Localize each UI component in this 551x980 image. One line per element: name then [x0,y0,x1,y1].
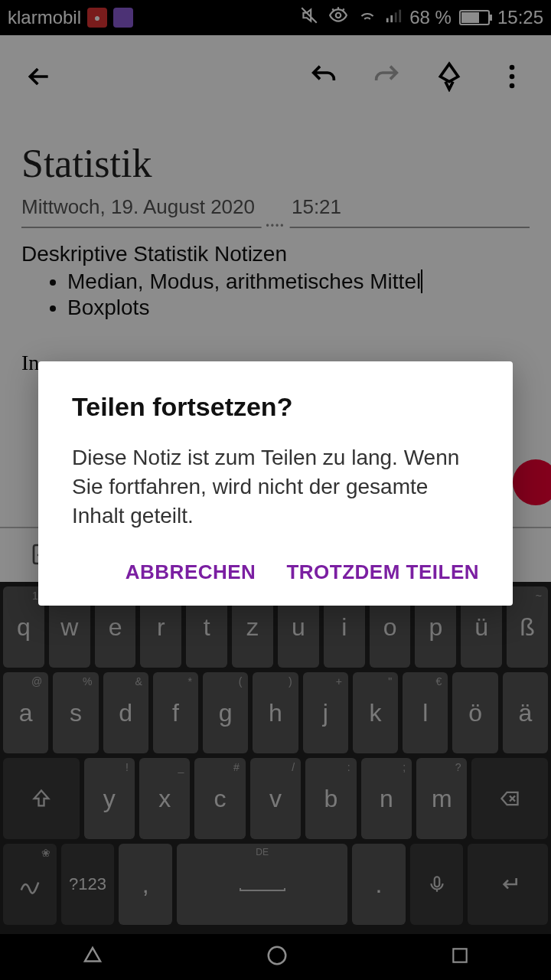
share-dialog: Teilen fortsetzen? Diese Notiz ist zum T… [38,361,513,606]
cancel-button[interactable]: ABBRECHEN [126,560,256,584]
dialog-message: Diese Notiz ist zum Teilen zu lang. Wenn… [72,443,479,530]
confirm-button[interactable]: TROTZDEM TEILEN [286,560,479,584]
dialog-title: Teilen fortsetzen? [72,392,479,422]
